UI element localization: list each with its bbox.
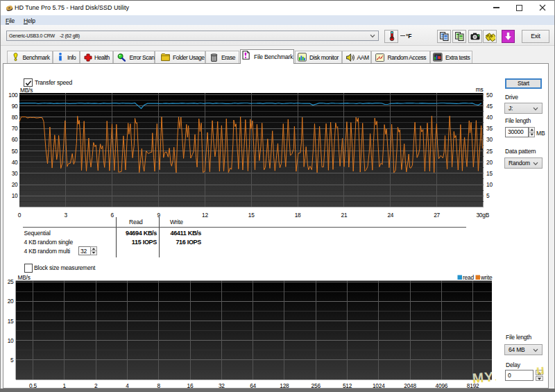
svg-text:MB/s: MB/s xyxy=(18,274,31,281)
svg-text:25: 25 xyxy=(8,278,14,285)
svg-text:5: 5 xyxy=(486,192,490,199)
svg-text:70: 70 xyxy=(12,125,18,132)
svg-text:15: 15 xyxy=(486,170,493,177)
svg-text:30: 30 xyxy=(12,170,18,177)
svg-text:40: 40 xyxy=(486,114,493,121)
svg-text:5: 5 xyxy=(10,357,14,364)
svg-text:read: read xyxy=(463,274,474,281)
svg-text:50: 50 xyxy=(486,92,493,99)
svg-text:35: 35 xyxy=(486,125,493,132)
svg-text:45: 45 xyxy=(486,103,493,110)
svg-text:90: 90 xyxy=(12,103,18,110)
svg-text:30: 30 xyxy=(486,136,493,143)
svg-text:MB/s: MB/s xyxy=(20,87,33,94)
svg-text:27: 27 xyxy=(434,212,440,219)
svg-text:15: 15 xyxy=(248,212,255,219)
svg-text:20: 20 xyxy=(8,298,14,305)
svg-text:12: 12 xyxy=(202,212,208,219)
svg-text:20: 20 xyxy=(12,181,18,188)
svg-text:15: 15 xyxy=(8,318,14,325)
svg-text:18: 18 xyxy=(295,212,301,219)
svg-text:50: 50 xyxy=(12,148,18,155)
svg-text:30gB: 30gB xyxy=(476,212,489,219)
svg-text:20: 20 xyxy=(486,159,493,166)
svg-text:10: 10 xyxy=(12,192,18,199)
svg-text:100: 100 xyxy=(8,92,18,99)
svg-text:24: 24 xyxy=(387,212,393,219)
svg-text:80: 80 xyxy=(12,114,18,121)
svg-text:21: 21 xyxy=(341,212,347,219)
svg-text:3: 3 xyxy=(65,212,68,219)
svg-text:60: 60 xyxy=(12,136,18,143)
svg-text:25: 25 xyxy=(486,148,493,155)
svg-text:10: 10 xyxy=(486,181,493,188)
svg-text:write: write xyxy=(480,274,493,281)
svg-text:40: 40 xyxy=(12,159,18,166)
svg-text:ms: ms xyxy=(476,86,484,93)
svg-text:6: 6 xyxy=(110,212,114,219)
svg-text:0: 0 xyxy=(18,212,22,219)
svg-text:10: 10 xyxy=(8,337,14,344)
